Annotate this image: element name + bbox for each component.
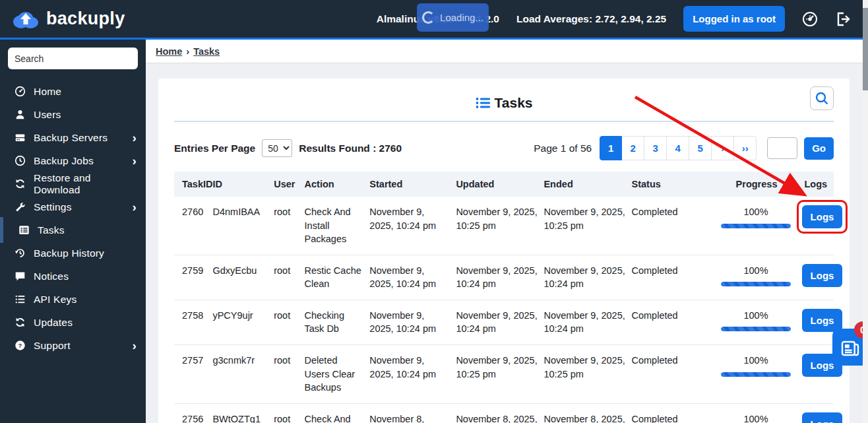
- sidebar-item-notices[interactable]: Notices: [0, 265, 146, 288]
- column-header-id: ID: [212, 172, 274, 197]
- gauge-icon[interactable]: [802, 11, 818, 27]
- breadcrumb-separator: ›: [186, 46, 189, 57]
- pagination-page-5[interactable]: 5: [689, 136, 712, 160]
- cell-logs: Logs: [802, 255, 834, 300]
- page-title-text: Tasks: [495, 95, 533, 111]
- go-button[interactable]: Go: [804, 137, 834, 160]
- cell-started: November 9, 2025, 10:24 pm: [369, 300, 456, 344]
- pagination-page-4[interactable]: 4: [667, 136, 689, 160]
- sidebar-item-support[interactable]: ?Support›: [0, 334, 146, 357]
- progress-percent: 100%: [716, 309, 797, 323]
- goto-page-input[interactable]: [767, 137, 797, 159]
- spinner-icon: [422, 11, 435, 24]
- sidebar-item-users[interactable]: Users: [0, 103, 146, 126]
- column-header-progress: Progress: [716, 172, 802, 197]
- backuply-logo-icon: [11, 9, 41, 30]
- sidebar-item-label: Notices: [34, 271, 69, 282]
- logout-icon[interactable]: [835, 11, 851, 27]
- sidebar-item-restore-and-download[interactable]: Restore and Download: [0, 172, 146, 195]
- search-input[interactable]: [8, 48, 138, 69]
- cell-task-id: 2760: [174, 197, 212, 255]
- list-stream-icon: [476, 96, 490, 110]
- cell-logs: Logs: [802, 345, 834, 404]
- progress-bar: [721, 327, 791, 331]
- sidebar-item-backup-jobs[interactable]: Backup Jobs›: [0, 149, 146, 172]
- search-icon: [815, 91, 829, 106]
- column-header-action: Action: [305, 172, 370, 197]
- cell-progress: 100%: [716, 255, 802, 300]
- cell-id: GdxyEcbu: [212, 255, 274, 300]
- cell-status: Completed: [632, 345, 716, 404]
- list-icon: [15, 294, 26, 305]
- logs-button[interactable]: Logs: [802, 264, 843, 287]
- logged-in-button[interactable]: Logged in as root: [683, 6, 785, 32]
- loading-label: Loading...: [440, 12, 483, 23]
- cell-user: root: [274, 403, 304, 423]
- cell-started: November 9, 2025, 10:24 pm: [369, 197, 456, 255]
- logs-button[interactable]: Logs: [802, 205, 843, 228]
- main-content: Home › Tasks Tasks: [146, 40, 868, 423]
- cell-ended: November 9, 2025, 10:25 pm: [543, 345, 631, 404]
- top-navbar: backuply Almalinux v8.10 v1.2.0 Load Ave…: [0, 0, 868, 40]
- breadcrumb-home-link[interactable]: Home: [156, 46, 182, 57]
- sidebar-item-backup-servers[interactable]: Backup Servers›: [0, 126, 146, 149]
- progress-bar-fill: [721, 282, 791, 286]
- sidebar-item-api-keys[interactable]: API Keys: [0, 288, 146, 311]
- pagination-page-1[interactable]: 1: [600, 136, 622, 160]
- entries-per-page-label: Entries Per Page: [174, 143, 255, 154]
- cell-logs: Logs: [802, 300, 834, 344]
- sidebar-item-tasks[interactable]: Tasks: [0, 218, 146, 242]
- chevron-right-icon: ›: [132, 131, 137, 144]
- sidebar-item-label: Backup Jobs: [34, 155, 94, 167]
- pagination-page-3[interactable]: 3: [644, 136, 667, 160]
- clock-icon: [15, 155, 26, 166]
- sidebar-item-backup-history[interactable]: Backup History: [0, 242, 146, 265]
- entries-per-page-select[interactable]: 50: [262, 139, 292, 157]
- sidebar-item-label: Settings: [34, 201, 72, 213]
- results-found-label: Results Found : 2760: [299, 143, 402, 154]
- sidebar-item-label: Updates: [34, 317, 73, 329]
- table-header-row: TaskIDIDUserActionStartedUpdatedEndedSta…: [174, 172, 834, 197]
- cell-task-id: 2757: [174, 345, 212, 404]
- table-controls: Entries Per Page 50 Results Found : 2760…: [174, 136, 834, 160]
- sidebar-item-label: API Keys: [34, 294, 77, 306]
- cell-started: November 9, 2025, 10:24 pm: [369, 345, 456, 404]
- cell-ended: November 9, 2025, 10:24 pm: [543, 255, 631, 300]
- column-header-ended: Ended: [543, 172, 631, 197]
- cell-started: November 8, 2025, 10:24 pm: [369, 403, 456, 423]
- user-icon: [15, 109, 26, 120]
- cell-updated: November 9, 2025, 10:24 pm: [456, 300, 543, 344]
- cell-updated: November 8, 2025, 10:25 pm: [456, 403, 543, 423]
- chevron-right-icon: ›: [132, 201, 137, 213]
- card-header: Tasks: [174, 79, 834, 117]
- cell-status: Completed: [632, 300, 716, 344]
- breadcrumb-current-link[interactable]: Tasks: [193, 46, 220, 57]
- cell-logs: Logs: [802, 197, 834, 255]
- pagination-next-button[interactable]: ›: [712, 136, 734, 160]
- cell-updated: November 9, 2025, 10:24 pm: [456, 255, 543, 300]
- cell-started: November 9, 2025, 10:24 pm: [369, 255, 456, 300]
- cell-user: root: [274, 300, 304, 344]
- cell-ended: November 9, 2025, 10:24 pm: [543, 300, 631, 344]
- cell-action: Restic Cache Clean: [305, 255, 370, 300]
- progress-percent: 100%: [716, 354, 797, 368]
- pagination-last-button[interactable]: ››: [734, 136, 757, 160]
- sidebar-item-label: Users: [34, 109, 61, 121]
- sidebar-item-label: Backup Servers: [34, 132, 108, 144]
- sidebar-item-settings[interactable]: Settings›: [0, 195, 146, 218]
- sidebar-item-updates[interactable]: Updates: [0, 311, 146, 334]
- cell-id: yPCY9ujr: [212, 300, 274, 344]
- cell-user: root: [274, 197, 304, 255]
- brand[interactable]: backuply: [11, 9, 125, 30]
- table-search-button[interactable]: [810, 86, 834, 110]
- gauge-icon: [15, 86, 26, 97]
- cell-updated: November 9, 2025, 10:25 pm: [456, 345, 543, 404]
- chevron-right-icon: ›: [132, 154, 137, 167]
- pagination-page-2[interactable]: 2: [622, 136, 644, 160]
- loading-toast: Loading...: [417, 3, 489, 32]
- column-header-started: Started: [369, 172, 456, 197]
- scrollbar-thumb[interactable]: [863, 8, 868, 90]
- sidebar-item-home[interactable]: Home: [0, 80, 146, 103]
- tasks-table: TaskIDIDUserActionStartedUpdatedEndedSta…: [174, 172, 834, 423]
- logs-button[interactable]: Logs: [802, 412, 843, 423]
